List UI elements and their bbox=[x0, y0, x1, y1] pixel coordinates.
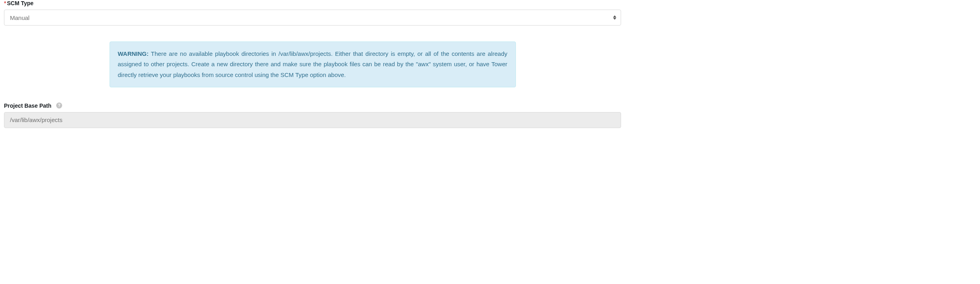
scm-type-label-text: SCM Type bbox=[7, 0, 33, 6]
warning-box: WARNING: There are no available playbook… bbox=[110, 41, 516, 87]
warning-message: There are no available playbook director… bbox=[118, 50, 508, 78]
scm-type-field-group: *SCM Type Manual bbox=[4, 0, 621, 26]
scm-type-select-wrapper: Manual bbox=[4, 10, 621, 26]
warning-container: WARNING: There are no available playbook… bbox=[4, 41, 621, 87]
scm-type-select[interactable]: Manual bbox=[4, 10, 621, 26]
project-base-path-label: Project Base Path ? bbox=[4, 103, 621, 109]
project-base-path-input bbox=[4, 112, 621, 128]
warning-prefix: WARNING: bbox=[118, 50, 149, 57]
required-asterisk: * bbox=[4, 0, 6, 6]
project-base-path-label-text: Project Base Path bbox=[4, 103, 51, 109]
help-icon[interactable]: ? bbox=[56, 103, 62, 108]
project-base-path-field-group: Project Base Path ? bbox=[4, 103, 621, 128]
scm-type-label: *SCM Type bbox=[4, 0, 621, 6]
